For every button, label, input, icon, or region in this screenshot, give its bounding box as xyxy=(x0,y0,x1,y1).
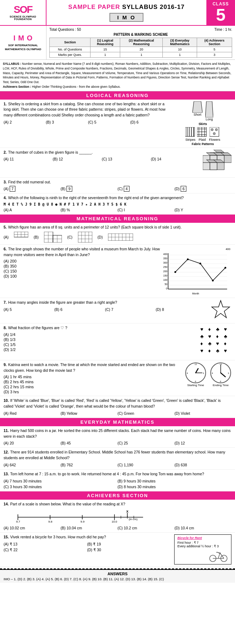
class-area: CLASS 5 xyxy=(206,0,235,25)
info-header: I M O SOF INTERNATIONAL MATHEMATICS OLYM… xyxy=(0,26,235,60)
q15-text-area: 15.Vivek rented a bicycle for 3 hours. H… xyxy=(4,534,171,564)
svg-text:100: 100 xyxy=(163,279,167,281)
svg-text:50: 50 xyxy=(165,283,167,285)
q1-question-text: 1.Shelley is ordering a skirt from a cat… xyxy=(4,101,172,118)
clock-start-label: Starting Time xyxy=(187,384,204,387)
svg-text:April: April xyxy=(185,290,190,291)
q9-option-c: (C) 2 hrs 15 mins xyxy=(4,385,181,389)
q8-question-text: 8.What fraction of the figures are ♡ ? xyxy=(4,325,196,331)
sof-logo: SOF xyxy=(14,5,32,15)
q14-option-d: (D) 10.4 cm xyxy=(175,525,231,530)
q11-option-d: (D) 12 xyxy=(175,441,231,446)
flowers-pattern: Flowers xyxy=(209,127,220,141)
question-7: 7.How many angles inside the figure are … xyxy=(0,298,235,323)
class-number: 5 xyxy=(216,6,226,24)
stripes-pattern: Stripes xyxy=(185,127,195,141)
bicycle-svg xyxy=(209,549,228,562)
bicycle-rate1: First hour : ₹ 7 xyxy=(177,541,228,544)
q5-label-b: (B) xyxy=(34,235,39,239)
stripes-label: Stripes xyxy=(185,138,195,141)
q1-content: 1.Shelley is ordering a skirt from a cat… xyxy=(4,101,231,146)
svg-point-92 xyxy=(225,267,226,269)
q15-content: 15.Vivek rented a bicycle for 3 hours. H… xyxy=(4,534,231,564)
q6-question-text: 6.The line graph shows the number of peo… xyxy=(4,246,160,258)
q8-option-b: (B) 1/3 xyxy=(4,337,196,342)
svg-text:0: 0 xyxy=(166,287,167,290)
question-3: 3.Find the odd numeral out. (A) 7 (B) 9 … xyxy=(0,178,235,194)
row2-everyday: 1 xyxy=(163,52,197,58)
q14-option-b: (B) 10.04 cm xyxy=(60,525,117,530)
q3-option-a: (A) 7 xyxy=(4,186,60,191)
q6-option-d: (D) 100 xyxy=(4,274,160,278)
header: SOF SCIENCE OLYMPIAD FOUNDATION SAMPLE P… xyxy=(0,0,235,26)
q7-question-text: 7.How many angles inside the figure are … xyxy=(4,300,206,306)
svg-text:9.9: 9.9 xyxy=(80,520,85,523)
q9-clocks-row: 12 3 6 9 Starting Time 12 xyxy=(185,362,231,387)
q5-label-c: (C) xyxy=(67,235,73,239)
q8-option-a: (A) 1/4 xyxy=(4,332,196,337)
q10-question-text: 10.If 'White' is called 'Blue', 'Blue' i… xyxy=(4,398,231,409)
q1-option-b: (B) 3 xyxy=(46,120,88,125)
col-logical: (1) LogicalReasoning xyxy=(90,38,120,47)
q15-options: (A) ₹ 13 (B) ₹ 19 (C) ₹ 22 (D) ₹ 30 xyxy=(4,542,171,552)
cubes-svg xyxy=(203,150,231,175)
question-4: 4.Which of the following is ninth to the… xyxy=(0,193,235,215)
svg-point-16 xyxy=(212,129,212,130)
q3-options: (A) 7 (B) 9 (C) 4 (D) 6 xyxy=(4,186,231,191)
row2-achievers: 3 xyxy=(197,52,232,58)
q11-option-b: (B) 45 xyxy=(60,441,117,446)
q1-option-c: (C) 5 xyxy=(88,120,130,125)
row1-label: No. of Questions xyxy=(50,47,90,52)
q15-question-text: 15.Vivek rented a bicycle for 3 hours. H… xyxy=(4,534,171,540)
imo-badge: I M O xyxy=(109,13,144,22)
svg-text:10.0: 10.0 xyxy=(112,520,117,523)
achievers-label: Achievers Section : Higher Order Thinkin… xyxy=(3,85,121,88)
question-8: 8.What fraction of the figures are ♡ ? (… xyxy=(0,323,235,360)
q14-question-text: 14.Part of a scale is shown below. What … xyxy=(4,501,231,507)
q5-shape-c xyxy=(78,232,92,242)
imo-logo-text: I M O xyxy=(14,34,33,42)
q15-option-b: (B) ₹ 19 xyxy=(87,542,171,547)
q4-options: (A) A (B) % (C) I (D) Y xyxy=(4,207,231,212)
svg-point-91 xyxy=(212,280,214,282)
q5-question-text: 5.Which figure has an area of 8 sq. unit… xyxy=(4,225,231,230)
q4-question-text: 4.Which of the following is ninth to the… xyxy=(4,195,231,201)
q6-graph-title: 400 xyxy=(161,247,230,251)
svg-marker-0 xyxy=(192,101,202,113)
row2-math: 1 xyxy=(120,52,163,58)
q9-content: 9.Katrina went to watch a movie. The tim… xyxy=(4,362,231,394)
mathematical-reasoning-header: MATHEMATICAL REASONING xyxy=(0,215,235,223)
syllabus-section: SYLLABUS : Number sense, Numeral and Num… xyxy=(0,60,235,91)
sample-paper-label: SAMPLE PAPER xyxy=(68,4,122,10)
svg-line-143 xyxy=(218,553,220,558)
q13-option-a: (A) 7 hours 30 minutes xyxy=(4,479,118,484)
svg-point-20 xyxy=(214,133,215,134)
q15-option-a: (A) ₹ 13 xyxy=(4,542,87,547)
svg-text:♣: ♣ xyxy=(208,341,211,346)
q2-option-d: (D) 14 xyxy=(151,157,200,162)
svg-text:♥: ♥ xyxy=(216,341,219,346)
q5-label-a: (A) xyxy=(4,235,9,239)
fabric-label: Fabric Patterns xyxy=(192,142,214,146)
q12-option-d: (D) 638 xyxy=(175,462,231,467)
q8-hearts-grid: ♥ ♦ ♣ ♥ ♣ ♥ ♦ ♣ ♦ ♣ ♥ ♦ ♥ ♦ ♣ ♥ xyxy=(199,325,231,358)
row2-label: Marks per Ques. xyxy=(50,52,90,58)
svg-text:300: 300 xyxy=(163,261,167,264)
q9-option-a: (A) 1 hr 45 mins xyxy=(4,375,181,379)
q4-option-a: (A) A xyxy=(4,207,60,212)
q12-option-c: (C) 1,190 xyxy=(118,462,175,467)
svg-text:♥: ♥ xyxy=(200,326,203,332)
col-math: (2) MathematicalReasoning xyxy=(120,38,163,47)
svg-text:♣: ♣ xyxy=(216,348,219,354)
q6-option-a: (A) 200 xyxy=(4,259,160,263)
svg-rect-14 xyxy=(210,127,219,136)
question-14: 14.Part of a scale is shown below. What … xyxy=(0,500,235,533)
imo-logo-small: I M O SOF INTERNATIONAL MATHEMATICS OLYM… xyxy=(0,26,46,59)
achievers-section-header: ACHIEVERS SECTION xyxy=(0,491,235,500)
question-10: 10.If 'White' is called 'Blue', 'Blue' i… xyxy=(0,396,235,418)
flowers-label: Flowers xyxy=(209,138,220,141)
q6-x-label: Month xyxy=(161,292,230,295)
scale-svg: X 9.7 9.8 9.9 10.0 (in cm) xyxy=(14,510,157,523)
bicycle-title: Bicycle for Rent xyxy=(177,536,228,540)
q15-option-d: (D) ₹ 30 xyxy=(87,547,171,552)
